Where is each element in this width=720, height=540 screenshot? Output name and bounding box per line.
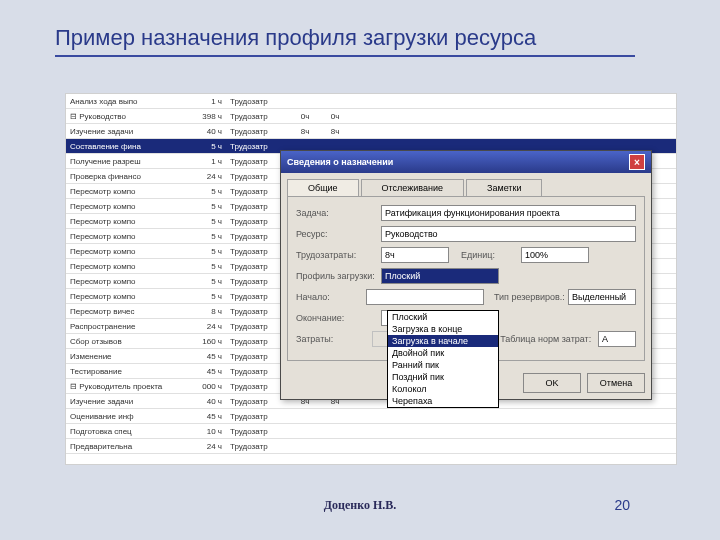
dialog-titlebar[interactable]: Сведения о назначении × — [281, 151, 651, 173]
slide-title: Пример назначения профиля загрузки ресур… — [55, 25, 700, 51]
profile-options-list[interactable]: ПлоскийЗагрузка в концеЗагрузка в начале… — [387, 310, 499, 408]
table-row[interactable]: ⊟ Руководство398 чТрудозатр0ч0ч — [66, 109, 676, 124]
profile-option[interactable]: Двойной пик — [388, 347, 498, 359]
profile-label: Профиль загрузки: — [296, 271, 381, 281]
table-row[interactable]: Анализ хода выпо1 чТрудозатр — [66, 94, 676, 109]
ok-button[interactable]: OK — [523, 373, 581, 393]
dialog-panel: Задача: Ратификация функционирования про… — [287, 196, 645, 361]
type-label: Тип резервиров.: — [494, 292, 568, 302]
task-label: Задача: — [296, 208, 381, 218]
close-icon[interactable]: × — [629, 154, 645, 170]
footer-page-number: 20 — [614, 497, 630, 513]
work-label: Трудозатраты: — [296, 250, 381, 260]
resource-field[interactable]: Руководство — [381, 226, 636, 242]
tab-general[interactable]: Общие — [287, 179, 359, 196]
footer-author: Доценко Н.В. — [324, 498, 397, 513]
table-row[interactable]: Изучение задачи40 чТрудозатр8ч8ч — [66, 124, 676, 139]
table-field[interactable]: A — [598, 331, 636, 347]
table-row[interactable]: Предварительна24 чТрудозатр — [66, 439, 676, 454]
end-label: Окончание: — [296, 313, 381, 323]
profile-option[interactable]: Загрузка в начале — [388, 335, 498, 347]
dialog-title-text: Сведения о назначении — [287, 157, 393, 167]
cost-label: Затраты: — [296, 334, 372, 344]
profile-option[interactable]: Черепаха — [388, 395, 498, 407]
start-label: Начало: — [296, 292, 366, 302]
title-underline — [55, 55, 635, 57]
tab-notes[interactable]: Заметки — [466, 179, 542, 196]
profile-option[interactable]: Колокол — [388, 383, 498, 395]
cancel-button[interactable]: Отмена — [587, 373, 645, 393]
profile-option[interactable]: Загрузка в конце — [388, 323, 498, 335]
profile-option[interactable]: Плоский — [388, 311, 498, 323]
assignment-info-dialog: Сведения о назначении × Общие Отслеживан… — [280, 150, 652, 400]
resource-label: Ресурс: — [296, 229, 381, 239]
table-row[interactable]: Оценивание инф45 чТрудозатр — [66, 409, 676, 424]
task-field[interactable]: Ратификация функционирования проекта — [381, 205, 636, 221]
table-row[interactable]: Подготовка спец10 чТрудозатр — [66, 424, 676, 439]
profile-option[interactable]: Поздний пик — [388, 371, 498, 383]
tab-tracking[interactable]: Отслеживание — [361, 179, 464, 196]
start-field[interactable] — [366, 289, 484, 305]
type-field[interactable]: Выделенный — [568, 289, 636, 305]
dialog-tabs: Общие Отслеживание Заметки — [287, 179, 645, 196]
unit-field[interactable]: 100% — [521, 247, 589, 263]
profile-option[interactable]: Ранний пик — [388, 359, 498, 371]
unit-label: Единиц: — [461, 250, 521, 260]
table-label: Таблица норм затрат: — [500, 334, 598, 344]
profile-dropdown[interactable]: Плоский — [381, 268, 499, 284]
work-field[interactable]: 8ч — [381, 247, 449, 263]
